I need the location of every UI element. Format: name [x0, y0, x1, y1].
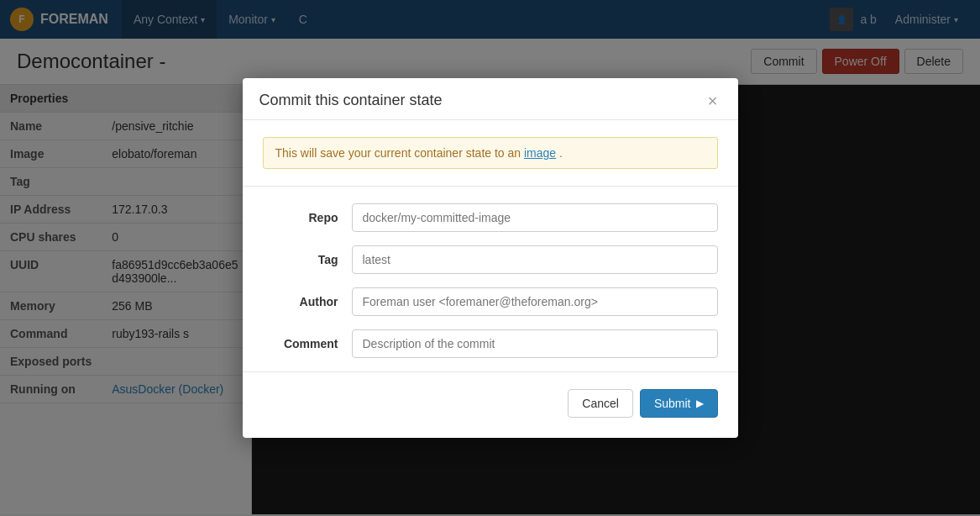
tag-field-group: Tag — [263, 245, 718, 274]
tag-input[interactable] — [352, 245, 718, 274]
modal-body: This will save your current container st… — [243, 120, 738, 438]
modal-info-link[interactable]: image — [524, 146, 556, 160]
cancel-button[interactable]: Cancel — [568, 389, 633, 418]
modal-info-period: . — [559, 146, 563, 160]
repo-field-group: Repo — [263, 203, 718, 232]
comment-label: Comment — [263, 337, 338, 350]
repo-input[interactable] — [352, 203, 718, 232]
tag-label: Tag — [263, 253, 338, 266]
comment-field-group: Comment — [263, 329, 718, 358]
author-label: Author — [263, 295, 338, 308]
modal-overlay: Commit this container state × This will … — [0, 0, 980, 514]
modal-divider-top — [243, 186, 738, 187]
submit-icon: ▶ — [696, 398, 704, 409]
repo-label: Repo — [263, 211, 338, 224]
author-input[interactable] — [352, 287, 718, 316]
modal-info-text: This will save your current container st… — [275, 146, 521, 160]
commit-modal: Commit this container state × This will … — [243, 78, 738, 438]
modal-title: Commit this container state — [259, 92, 443, 109]
modal-footer: Cancel Submit ▶ — [263, 389, 718, 421]
modal-info: This will save your current container st… — [263, 137, 718, 169]
modal-divider-bottom — [243, 371, 738, 372]
submit-label: Submit — [654, 397, 691, 410]
author-field-group: Author — [263, 287, 718, 316]
modal-header: Commit this container state × — [243, 78, 738, 120]
comment-input[interactable] — [352, 329, 718, 358]
modal-close-button[interactable]: × — [705, 92, 721, 109]
submit-button[interactable]: Submit ▶ — [640, 389, 718, 418]
